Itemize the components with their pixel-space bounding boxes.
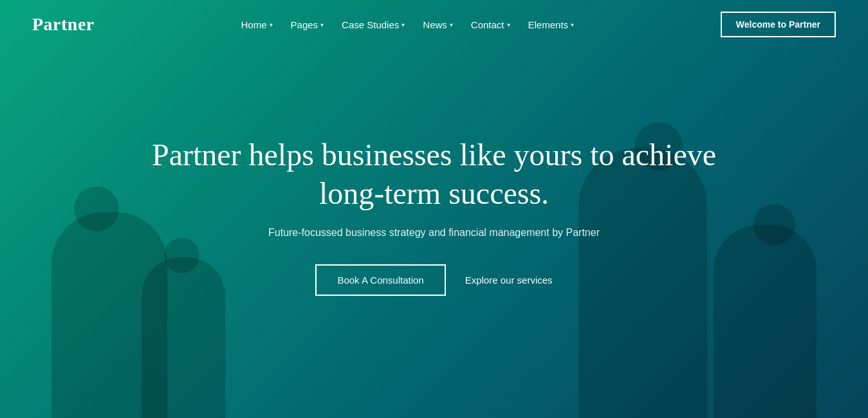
book-consultation-button[interactable]: Book A Consultation [315,264,445,296]
nav-link-elements[interactable]: Elements ▾ [522,15,581,34]
chevron-down-icon: ▾ [402,21,405,28]
hero-content: Partner helps businesses like yours to a… [0,136,868,296]
nav-links: Home ▾ Pages ▾ Case Studies ▾ News [235,15,581,34]
nav-item-pages[interactable]: Pages ▾ [284,15,331,34]
nav-item-contact[interactable]: Contact ▾ [465,15,517,34]
nav-link-pages[interactable]: Pages ▾ [284,15,331,34]
nav-item-news[interactable]: News ▾ [416,15,459,34]
nav-item-home[interactable]: Home ▾ [235,15,279,34]
hero-buttons: Book A Consultation Explore our services [129,264,739,296]
nav-cta-button[interactable]: Welcome to Partner [721,12,836,37]
chevron-down-icon: ▾ [450,21,453,28]
hero-headline: Partner helps businesses like yours to a… [129,136,739,213]
site-logo[interactable]: Partner [32,14,95,35]
nav-item-elements[interactable]: Elements ▾ [522,15,581,34]
chevron-down-icon: ▾ [320,21,324,28]
explore-services-link[interactable]: Explore our services [465,275,553,286]
hero-section: Partner Home ▾ Pages ▾ Case Studies ▾ [0,0,868,418]
nav-item-case-studies[interactable]: Case Studies ▾ [335,15,411,34]
chevron-down-icon: ▾ [507,21,510,28]
nav-link-contact[interactable]: Contact ▾ [465,15,517,34]
main-nav: Partner Home ▾ Pages ▾ Case Studies ▾ [0,0,868,49]
chevron-down-icon: ▾ [571,21,574,28]
nav-link-news[interactable]: News ▾ [416,15,459,34]
nav-link-home[interactable]: Home ▾ [235,15,279,34]
hero-subheadline: Future-focussed business strategy and fi… [129,227,739,239]
nav-link-case-studies[interactable]: Case Studies ▾ [335,15,411,34]
chevron-down-icon: ▾ [270,21,273,28]
